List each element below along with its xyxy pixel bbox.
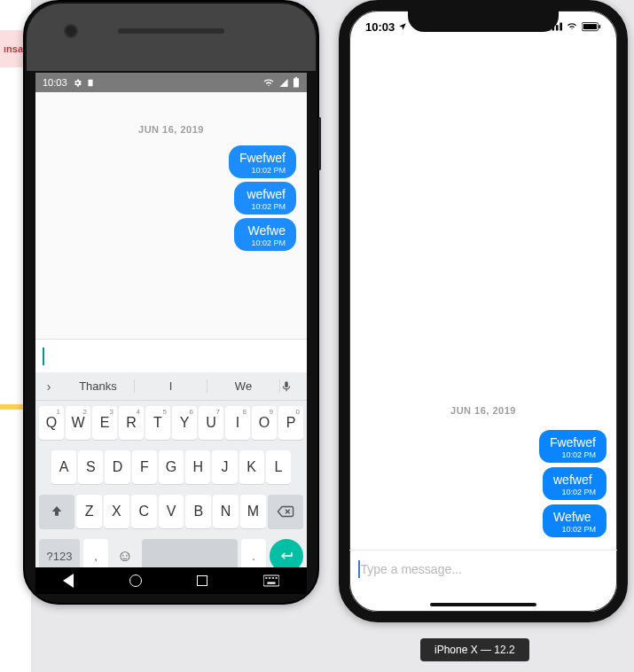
message-time: 10:02 PM	[553, 488, 596, 496]
suggestion-word[interactable]: Thanks	[62, 379, 135, 393]
ios-chat-area[interactable]: JUN 16, 2019 Fwefwef 10:02 PM wefwef 10:…	[349, 43, 617, 550]
message-text: Wefwe	[553, 510, 596, 524]
svg-rect-8	[267, 582, 275, 584]
sent-message-bubble[interactable]: Wefwe 10:02 PM	[543, 504, 607, 537]
symbols-key[interactable]: ?123	[39, 539, 80, 567]
android-camera	[64, 24, 78, 38]
sent-message-bubble[interactable]: wefwef 10:02 PM	[234, 182, 296, 215]
svg-rect-11	[556, 25, 559, 30]
key-t[interactable]: T5	[145, 406, 170, 440]
battery-icon	[293, 77, 300, 88]
svg-rect-14	[583, 24, 597, 29]
android-nav-bar	[35, 567, 307, 594]
key-y[interactable]: Y6	[172, 406, 197, 440]
svg-rect-3	[263, 575, 279, 586]
svg-rect-6	[272, 577, 274, 579]
key-g[interactable]: G	[159, 450, 184, 484]
nav-back-button[interactable]	[63, 574, 74, 588]
key-p[interactable]: P0	[278, 406, 303, 440]
key-k[interactable]: K	[239, 450, 264, 484]
sent-message-bubble[interactable]: Fwefwef 10:02 PM	[539, 430, 607, 463]
svg-rect-7	[275, 577, 277, 579]
svg-rect-4	[265, 577, 267, 579]
key-c[interactable]: C	[131, 495, 157, 528]
svg-rect-5	[269, 577, 270, 579]
key-f[interactable]: F	[132, 450, 157, 484]
iphone-notch	[408, 9, 559, 32]
nav-home-button[interactable]	[129, 574, 142, 587]
suggestion-word[interactable]: I	[135, 379, 207, 393]
key-r[interactable]: R4	[119, 406, 144, 440]
android-device-frame: 10:03 JUN 16, 2019	[23, 0, 319, 605]
message-time: 10:02 PM	[245, 202, 286, 211]
status-time: 10:03	[43, 77, 67, 88]
simulator-device-label: iPhone X — 12.2	[420, 638, 529, 661]
comma-key[interactable]: ,	[83, 539, 108, 567]
status-time: 10:03	[365, 20, 395, 34]
key-w[interactable]: W2	[66, 406, 90, 440]
suggestion-word[interactable]: We	[207, 379, 280, 393]
spacebar-key[interactable]	[142, 539, 238, 567]
period-key[interactable]: .	[241, 539, 266, 567]
android-chat-area[interactable]: JUN 16, 2019 Fwefwef 10:02 PM wefwef 10:…	[35, 92, 307, 339]
message-input[interactable]: Type a message...	[349, 550, 617, 587]
suggestion-bar: › Thanks I We	[35, 372, 307, 401]
wifi-icon	[566, 22, 578, 31]
key-m[interactable]: M	[240, 495, 266, 528]
message-text: Fwefwef	[239, 151, 286, 165]
key-v[interactable]: V	[159, 495, 184, 528]
emoji-key[interactable]: ☺	[112, 539, 138, 567]
wifi-icon	[262, 78, 275, 88]
svg-rect-2	[295, 77, 297, 78]
nav-recent-button[interactable]	[197, 575, 207, 586]
android-speaker	[118, 28, 224, 34]
svg-rect-15	[599, 24, 600, 27]
key-d[interactable]: D	[105, 450, 129, 484]
key-q[interactable]: Q1	[39, 406, 64, 440]
message-time: 10:02 PM	[239, 166, 286, 175]
backspace-key[interactable]	[268, 495, 303, 528]
home-indicator[interactable]	[430, 603, 536, 606]
key-j[interactable]: J	[212, 450, 237, 484]
message-time: 10:02 PM	[553, 525, 596, 534]
chat-date-label: JUN 16, 2019	[349, 405, 617, 416]
battery-icon	[582, 22, 601, 32]
key-o[interactable]: O9	[252, 406, 277, 440]
svg-rect-12	[560, 23, 562, 31]
iphone-device-frame: 10:03 JUN 16, 2019 Fwefwef 10:02 PM wefw…	[339, 0, 628, 622]
microphone-icon[interactable]	[280, 379, 307, 395]
text-cursor	[358, 560, 360, 578]
signal-icon	[278, 78, 289, 88]
key-h[interactable]: H	[185, 450, 210, 484]
enter-key[interactable]	[270, 539, 303, 567]
message-text: Wefwe	[245, 223, 286, 238]
chat-date-label: JUN 16, 2019	[35, 124, 307, 135]
key-x[interactable]: X	[104, 495, 129, 528]
key-s[interactable]: S	[78, 450, 103, 484]
key-n[interactable]: N	[213, 495, 239, 528]
key-u[interactable]: U7	[199, 406, 223, 440]
key-b[interactable]: B	[185, 495, 211, 528]
keyboard-switch-icon[interactable]	[263, 574, 279, 587]
sent-message-bubble[interactable]: wefwef 10:02 PM	[543, 467, 607, 500]
key-e[interactable]: E3	[92, 406, 117, 440]
memory-icon	[86, 78, 95, 88]
android-power-button	[318, 117, 321, 170]
location-icon	[398, 22, 407, 31]
android-keyboard: › Thanks I We Q1W2E3R4T5Y6U7I8O9P0 ASDFG…	[35, 372, 307, 567]
message-time: 10:02 PM	[245, 238, 286, 247]
message-input[interactable]	[35, 339, 307, 372]
key-a[interactable]: A	[51, 450, 76, 484]
sent-message-bubble[interactable]: Wefwe 10:02 PM	[234, 218, 296, 251]
key-l[interactable]: L	[266, 450, 291, 484]
input-placeholder: Type a message...	[361, 562, 462, 576]
text-cursor	[43, 348, 44, 365]
key-i[interactable]: I8	[225, 406, 250, 440]
svg-rect-1	[294, 78, 299, 87]
shift-key[interactable]	[39, 495, 74, 528]
key-z[interactable]: Z	[76, 495, 102, 528]
android-status-bar: 10:03	[35, 73, 307, 92]
chevron-right-icon[interactable]: ›	[35, 379, 62, 394]
message-text: wefwef	[553, 473, 596, 487]
sent-message-bubble[interactable]: Fwefwef 10:02 PM	[229, 145, 296, 178]
